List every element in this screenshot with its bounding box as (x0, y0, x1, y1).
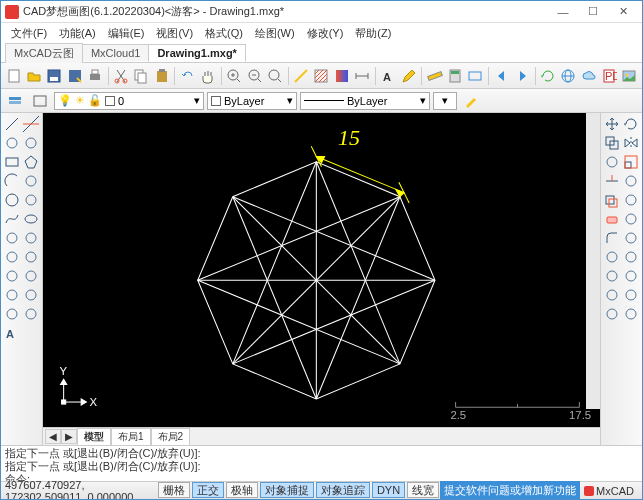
gradient-button[interactable] (332, 65, 351, 87)
line-tool[interactable] (3, 115, 21, 133)
menu-帮助[interactable]: 帮助(Z) (351, 25, 395, 42)
properties-tool[interactable] (622, 305, 640, 323)
pencil-button[interactable] (399, 65, 418, 87)
pline-tool[interactable] (3, 134, 21, 152)
move-tool[interactable] (603, 115, 621, 133)
pencil-button[interactable] (460, 90, 482, 112)
join-tool[interactable] (622, 248, 640, 266)
helix-tool[interactable] (22, 286, 40, 304)
stretch-tool[interactable] (603, 153, 621, 171)
doc-tab[interactable]: Drawing1.mxg* (148, 44, 245, 62)
layer-states-button[interactable] (29, 90, 51, 112)
line-y-button[interactable] (292, 65, 311, 87)
text-a-tool[interactable]: A (3, 324, 21, 342)
dim-button[interactable] (352, 65, 371, 87)
layout-tab[interactable]: 布局2 (151, 428, 191, 446)
break-tool[interactable] (603, 248, 621, 266)
rect-tool[interactable] (3, 153, 21, 171)
edit-pline-tool[interactable] (603, 286, 621, 304)
layer-select[interactable]: 💡 ☀ 🔓 0 ▾ (54, 92, 204, 110)
dimension-tool[interactable] (3, 305, 21, 323)
lengthen-tool[interactable] (622, 267, 640, 285)
hatch-button[interactable] (312, 65, 331, 87)
saveas-button[interactable] (65, 65, 84, 87)
offset-tool[interactable] (603, 191, 621, 209)
layout-tab[interactable]: 模型 (77, 428, 111, 446)
spline-tool[interactable] (3, 210, 21, 228)
color-select[interactable]: ByLayer ▾ (207, 92, 297, 110)
refresh-button[interactable] (538, 65, 557, 87)
ellipse-tool[interactable] (22, 210, 40, 228)
status-对象捕捉[interactable]: 对象捕捉 (260, 482, 314, 498)
cloud-button[interactable] (579, 65, 598, 87)
globe-button[interactable] (559, 65, 578, 87)
status-正交[interactable]: 正交 (192, 482, 224, 498)
new-button[interactable] (4, 65, 23, 87)
doc-tab[interactable]: MxCAD云图 (5, 43, 83, 63)
edit-hatch-tool[interactable] (622, 286, 640, 304)
paste-button[interactable] (152, 65, 171, 87)
array-tool[interactable] (622, 191, 640, 209)
copy-button[interactable] (132, 65, 151, 87)
doc-tab[interactable]: MxCloud1 (82, 44, 150, 61)
cut-button[interactable] (111, 65, 130, 87)
save-button[interactable] (45, 65, 64, 87)
extend-tool[interactable] (622, 172, 640, 190)
status-极轴[interactable]: 极轴 (226, 482, 258, 498)
polygon-tool[interactable] (22, 153, 40, 171)
status-线宽[interactable]: 线宽 (407, 482, 439, 498)
menu-编辑[interactable]: 编辑(E) (104, 25, 149, 42)
vertical-scrollbar[interactable] (586, 113, 600, 409)
measure-button[interactable] (425, 65, 444, 87)
image-button[interactable] (620, 65, 639, 87)
circle-tool[interactable] (3, 191, 21, 209)
drawing-canvas[interactable]: 2.5 17.5 X Y 15 (43, 113, 600, 427)
revcloud-tool[interactable] (22, 191, 40, 209)
back-button[interactable] (492, 65, 511, 87)
calc-button[interactable] (445, 65, 464, 87)
text-button[interactable]: A (379, 65, 398, 87)
layout-nav_next[interactable]: ▶ (61, 429, 77, 444)
menu-格式[interactable]: 格式(Q) (201, 25, 247, 42)
status-DYN[interactable]: DYN (372, 482, 405, 498)
command-panel[interactable]: 指定下一点 或[退出(B)/闭合(C)/放弃(U)]: 指定下一点 或[退出(B… (1, 445, 642, 481)
match-prop-tool[interactable] (603, 305, 621, 323)
pdf-button[interactable]: PDF (599, 65, 618, 87)
open-button[interactable] (24, 65, 43, 87)
point-tool[interactable] (22, 229, 40, 247)
donut-tool[interactable] (22, 172, 40, 190)
explode-tool[interactable] (622, 210, 640, 228)
block-tool[interactable] (22, 248, 40, 266)
layer-manager-button[interactable] (4, 90, 26, 112)
layout-nav_prev[interactable]: ◀ (45, 429, 61, 444)
align-tool[interactable] (603, 267, 621, 285)
hatch-tool[interactable] (3, 248, 21, 266)
trim-tool[interactable] (603, 172, 621, 190)
lineweight-select[interactable]: ▾ (433, 92, 457, 110)
polyline-tool[interactable] (22, 134, 40, 152)
undo-button[interactable] (178, 65, 197, 87)
region-tool[interactable] (3, 267, 21, 285)
fillet-tool[interactable] (603, 229, 621, 247)
maximize-button[interactable]: ☐ (578, 2, 608, 22)
menu-修改[interactable]: 修改(Y) (303, 25, 348, 42)
copy-tool[interactable] (603, 134, 621, 152)
menu-绘图[interactable]: 绘图(W) (251, 25, 299, 42)
arc-tool[interactable] (3, 172, 21, 190)
hand-button[interactable] (199, 65, 218, 87)
linetype-select[interactable]: ByLayer ▾ (300, 92, 430, 110)
rect-button[interactable] (466, 65, 485, 87)
print-button[interactable] (85, 65, 104, 87)
mirror-tool[interactable] (622, 134, 640, 152)
rotate-tool[interactable] (622, 115, 640, 133)
zoom-in-button[interactable] (225, 65, 244, 87)
menu-文件[interactable]: 文件(F) (7, 25, 51, 42)
layout-tab[interactable]: 布局1 (111, 428, 151, 446)
scale-tool[interactable] (622, 153, 640, 171)
zoom-ext-button[interactable] (265, 65, 284, 87)
multileader-tool[interactable] (22, 305, 40, 323)
menu-视图[interactable]: 视图(V) (152, 25, 197, 42)
xline-tool[interactable] (22, 115, 40, 133)
help-link[interactable]: 提交软件问题或增加新功能 (440, 481, 580, 500)
menu-功能[interactable]: 功能(A) (55, 25, 100, 42)
